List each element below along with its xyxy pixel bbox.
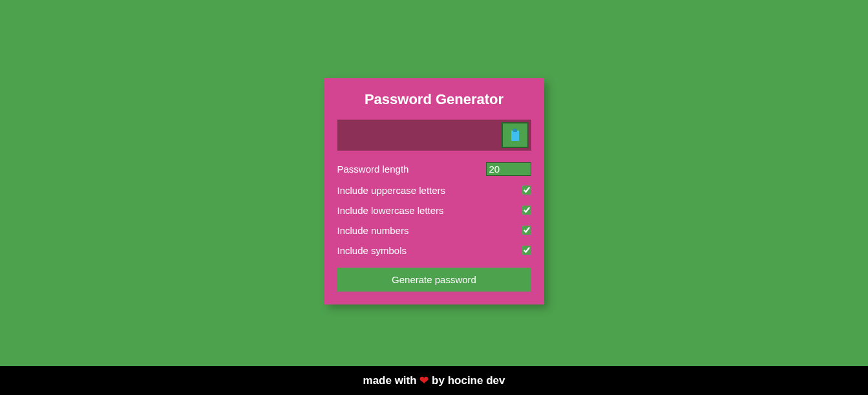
svg-rect-0 <box>511 131 519 141</box>
symbols-checkbox[interactable] <box>522 246 531 255</box>
password-output[interactable] <box>337 120 499 151</box>
footer: made with ❤ by hocine dev <box>0 366 868 395</box>
clipboard-icon <box>510 129 520 142</box>
length-input[interactable] <box>486 162 531 176</box>
footer-prefix: made with <box>363 374 420 387</box>
result-row <box>337 120 531 151</box>
lowercase-row: Include lowercase letters <box>337 205 531 216</box>
password-generator-card: Password Generator Password length Inclu… <box>324 78 544 304</box>
footer-suffix: by hocine dev <box>429 374 505 387</box>
generate-button[interactable]: Generate password <box>337 268 531 292</box>
lowercase-checkbox[interactable] <box>522 206 531 215</box>
uppercase-row: Include uppercase letters <box>337 185 531 196</box>
length-row: Password length <box>337 162 531 176</box>
uppercase-checkbox[interactable] <box>522 186 531 195</box>
lowercase-label: Include lowercase letters <box>337 205 444 216</box>
symbols-label: Include symbols <box>337 245 407 256</box>
heart-icon: ❤ <box>419 374 429 387</box>
copy-button[interactable] <box>502 122 529 148</box>
numbers-checkbox[interactable] <box>522 226 531 235</box>
uppercase-label: Include uppercase letters <box>337 185 446 196</box>
length-label: Password length <box>337 164 409 175</box>
symbols-row: Include symbols <box>337 245 531 256</box>
numbers-label: Include numbers <box>337 225 409 236</box>
svg-rect-1 <box>513 129 517 132</box>
page-title: Password Generator <box>337 91 531 108</box>
numbers-row: Include numbers <box>337 225 531 236</box>
